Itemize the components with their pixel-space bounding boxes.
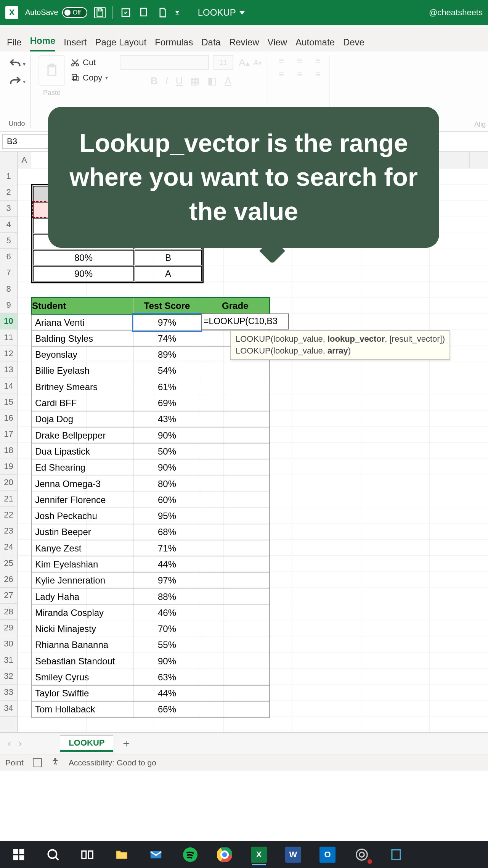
row-header-31[interactable]: 31 [0,652,17,668]
test-score-cell[interactable]: 69% [133,395,201,411]
cell-C6[interactable]: B [135,250,202,265]
redo-button[interactable]: ▾ [7,73,27,90]
outlook-taskbar-icon[interactable]: O [310,843,345,866]
student-name-cell[interactable]: Ed Shearing [32,460,133,476]
table-row[interactable]: Jenna Omega-380% [32,476,270,492]
grade-cell[interactable] [201,621,270,637]
word-taskbar-icon[interactable]: W [276,843,310,866]
test-score-cell[interactable]: 50% [133,444,201,460]
test-score-cell[interactable]: 97% [133,314,201,330]
test-score-cell[interactable]: 68% [133,524,201,540]
test-score-cell[interactable]: 70% [133,621,201,637]
row-header-7[interactable]: 7 [0,265,17,281]
row-header-20[interactable]: 20 [0,475,17,491]
italic-button[interactable]: I [165,75,168,87]
student-name-cell[interactable]: Josh Peckachu [32,508,133,524]
test-score-cell[interactable]: 80% [133,476,201,492]
font-size-select[interactable]: 11 [213,55,233,70]
test-score-cell[interactable]: 90% [133,653,201,669]
grade-cell[interactable] [201,460,270,476]
row-header-1[interactable]: 1 [0,168,17,184]
student-name-cell[interactable]: Justin Beeper [32,524,133,540]
grade-cell[interactable] [201,492,270,508]
table-row[interactable]: Drake Bellpepper90% [32,427,270,443]
title-dropdown[interactable]: LOOKUP [198,7,245,18]
grade-cell[interactable] [201,702,270,718]
test-score-cell[interactable]: 43% [133,411,201,427]
col-A[interactable]: A [18,152,31,168]
tab-formulas[interactable]: Formulas [155,37,193,51]
new-file-icon[interactable] [157,7,168,18]
table-row[interactable]: Dua Lipastick50% [32,444,270,460]
save-icon[interactable] [94,7,106,18]
test-score-cell[interactable]: 55% [133,637,201,653]
grade-cell[interactable] [201,669,270,685]
student-name-cell[interactable]: Beyonslay [32,347,133,363]
sheet-tab-active[interactable]: LOOKUP [60,735,113,752]
copy-button[interactable]: Copy ▾ [71,73,108,83]
student-name-cell[interactable]: Tom Hollaback [32,702,133,718]
student-name-cell[interactable]: Kylie Jenneration [32,572,133,588]
cut-button[interactable]: Cut [71,58,108,68]
row-header-5[interactable]: 5 [0,233,17,249]
row-header-3[interactable]: 3 [0,201,17,217]
row-header-26[interactable]: 26 [0,571,17,587]
student-name-cell[interactable]: Cardi BFF [32,395,133,411]
student-name-cell[interactable]: Dua Lipastick [32,444,133,460]
student-name-cell[interactable]: Britney Smears [32,379,133,395]
row-header-17[interactable]: 17 [0,426,17,442]
test-score-cell[interactable]: 74% [133,331,201,347]
table-row[interactable]: Kylie Jenneration97% [32,572,270,588]
borders-button[interactable]: ▦ [190,75,200,87]
toggle-switch[interactable]: Off [62,7,87,18]
row-header-6[interactable]: 6 [0,249,17,265]
students-table[interactable]: Student Test Score Grade Ariana Venti97%… [31,297,270,718]
grade-cell[interactable] [201,476,270,492]
row-header-27[interactable]: 27 [0,588,17,604]
row-header-12[interactable]: 12 [0,346,17,362]
student-name-cell[interactable]: Jenna Omega-3 [32,476,133,492]
student-name-cell[interactable]: Nicki Minajesty [32,621,133,637]
row-header-14[interactable]: 14 [0,378,17,394]
test-score-cell[interactable]: 90% [133,460,201,476]
student-name-cell[interactable]: Jennifer Florence [32,492,133,508]
student-name-cell[interactable]: Drake Bellpepper [32,427,133,443]
spotify-icon[interactable] [173,843,207,866]
name-box[interactable]: B3 [2,134,51,149]
grade-cell[interactable] [201,524,270,540]
accessibility-icon[interactable] [51,757,59,768]
student-name-cell[interactable]: Lady Haha [32,588,133,604]
grade-cell[interactable] [201,379,270,395]
table-row[interactable]: Kanye Zest71% [32,540,270,556]
student-name-cell[interactable]: Ariana Venti [32,314,133,330]
grade-cell[interactable] [201,444,270,460]
test-score-cell[interactable]: 66% [133,702,201,718]
row-header-24[interactable]: 24 [0,539,17,555]
row-header-21[interactable]: 21 [0,491,17,507]
qat-icon-2[interactable] [138,7,150,18]
row-header-25[interactable]: 25 [0,555,17,571]
fill-color-button[interactable]: ◧ [207,75,217,87]
tab-automate[interactable]: Automate [295,37,335,51]
font-name-select[interactable] [120,55,209,70]
test-score-cell[interactable]: 90% [133,427,201,443]
table-row[interactable]: Nicki Minajesty70% [32,621,270,637]
align-left-icon[interactable]: ≡ [274,69,289,80]
grade-cell[interactable] [201,653,270,669]
tab-developer[interactable]: Deve [343,37,364,51]
row-header-9[interactable]: 9 [0,297,17,313]
student-name-cell[interactable]: Rhianna Bananna [32,637,133,653]
row-header-13[interactable]: 13 [0,362,17,378]
bold-button[interactable]: B [151,75,158,87]
student-name-cell[interactable]: Miranda Cosplay [32,605,133,621]
grade-cell[interactable] [201,395,270,411]
table-row[interactable]: Justin Beeper68% [32,524,270,540]
row-header-30[interactable]: 30 [0,636,17,652]
tab-data[interactable]: Data [201,37,221,51]
sheet-nav-next[interactable]: › [19,738,22,749]
row-header-2[interactable]: 2 [0,184,17,200]
tab-home[interactable]: Home [30,35,56,51]
col-H[interactable]: H [470,152,488,168]
align-top-icon[interactable]: ≡ [274,55,289,66]
underline-button[interactable]: U [176,75,183,87]
